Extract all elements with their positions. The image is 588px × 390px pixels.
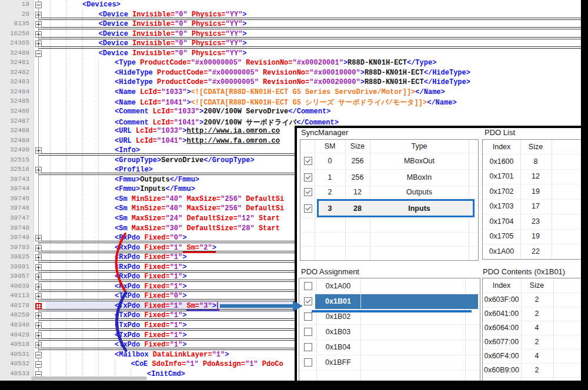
line-number: 40533	[0, 370, 29, 377]
horizontal-scrollbar-thumb[interactable]	[31, 376, 147, 380]
index-cell: 0x1600	[489, 157, 513, 166]
syntax-segment: "0"	[175, 49, 188, 58]
fold-expand-icon[interactable]	[35, 332, 42, 339]
code-line[interactable]: 32485<Name LcId="1041"><![CDATA[R88D-KN0…	[0, 97, 581, 107]
fold-expand-icon[interactable]	[35, 31, 42, 38]
row-divider	[300, 218, 478, 218]
syntax-segment: DefaultSize=	[186, 224, 237, 233]
fold-expand-icon[interactable]	[35, 12, 42, 18]
syntax-segment: DefaultSize=	[186, 214, 237, 223]
syntax-segment: PdoCo	[262, 360, 283, 368]
window-edge-right	[581, 0, 588, 390]
syntax-segment: >	[242, 49, 246, 58]
checkbox-checked-icon[interactable]	[304, 188, 312, 196]
line-number: 32480	[0, 49, 29, 56]
syntax-segment	[255, 214, 259, 223]
checkbox-unchecked-icon[interactable]	[304, 312, 312, 321]
checkbox-checked-icon[interactable]	[304, 157, 312, 165]
index-cell: 0x603F:00	[484, 295, 519, 304]
syntax-segment: LcId=	[136, 137, 157, 145]
syntax-segment: "1041"	[161, 99, 186, 107]
index-cell: 0x1701	[489, 172, 513, 180]
pdo-contents-label: PDO Contents (0x1B01)	[483, 267, 565, 276]
column-header: Type	[411, 142, 427, 150]
line-number: 40039	[0, 283, 29, 290]
checkbox-checked-icon[interactable]	[304, 204, 312, 213]
pdo-list-table[interactable]: IndexSize0x160080x1701120x1702190x170317…	[482, 139, 584, 260]
code-line[interactable]: 32484<Name LcId="1033"><![CDATA[R88D-KN0…	[0, 88, 581, 98]
pdo-assignment-table[interactable]: 0x1A000x1B010x1B020x1B030x1B040x1BFF	[299, 278, 480, 382]
checkbox-checked-icon[interactable]	[304, 173, 312, 181]
size-cell: 12	[532, 172, 540, 180]
fold-collapse-icon[interactable]	[35, 352, 42, 358]
fold-expand-icon[interactable]	[35, 254, 42, 261]
syntax-segment: ServoDrive	[161, 156, 203, 164]
syntax-segment	[259, 69, 263, 77]
code-text: <Mailbox DataLinkLayer="1">	[115, 351, 229, 359]
fold-collapse-icon[interactable]	[35, 361, 42, 368]
line-number: 40340	[0, 321, 29, 328]
fold-expand-icon[interactable]	[35, 235, 42, 241]
fold-collapse-icon[interactable]	[35, 51, 42, 57]
syntax-segment: Start	[259, 224, 280, 233]
size-cell: 12	[353, 188, 362, 196]
code-line[interactable]: 19<Devices>	[0, 0, 581, 10]
row-divider	[299, 309, 480, 310]
code-text: <InitCmd>	[147, 370, 185, 378]
line-number: 39747	[0, 214, 29, 221]
index-cell: 0x1705	[489, 232, 513, 240]
size-cell: 22	[532, 247, 540, 255]
index-cell: 0x1704	[489, 217, 513, 226]
fold-expand-icon[interactable]	[35, 284, 42, 290]
fold-expand-icon[interactable]	[35, 167, 42, 173]
syntax-segment: LcId=	[153, 119, 174, 127]
syntax-segment: "1033"	[157, 127, 182, 135]
fold-expand-icon[interactable]	[35, 342, 42, 348]
type-cell: Outputs	[406, 188, 432, 196]
syntax-segment: <Name	[115, 88, 140, 96]
fold-expand-icon[interactable]	[35, 303, 42, 310]
code-text: <Type ProductCode="#x00000005" RevisionN…	[115, 59, 436, 67]
checkbox-unchecked-icon[interactable]	[304, 282, 312, 290]
syntax-segment: MinSize=	[132, 204, 166, 213]
code-text: <Fmmu>Inputs</Fmmu>	[115, 185, 195, 193]
checkbox-checked-icon[interactable]	[304, 297, 312, 305]
row-divider	[300, 169, 478, 170]
checkbox-unchecked-icon[interactable]	[304, 358, 312, 367]
sm3-blue-underline	[186, 310, 219, 311]
code-line[interactable]: 32483<HideType ProductCode="#x00000005" …	[0, 78, 581, 88]
fold-expand-icon[interactable]	[35, 264, 42, 271]
syncmanager-table[interactable]: SMSizeType0256MBoxOut1256MBoxIn212Output…	[300, 139, 479, 261]
checkbox-unchecked-icon[interactable]	[304, 343, 312, 351]
code-line[interactable]: 32482<HideType ProductCode="#x00000005" …	[0, 68, 581, 78]
syntax-segment: Invisible=	[132, 49, 175, 58]
row-divider	[300, 246, 478, 247]
syntax-segment: ProductCode=	[157, 69, 208, 77]
code-line[interactable]: 32486<Comment LcId="1033">200V/100W Serv…	[0, 107, 581, 117]
fold-expand-icon[interactable]	[35, 274, 42, 280]
syntax-segment: </Fmmu>	[170, 176, 199, 184]
index-cell: 0x1702	[489, 187, 513, 196]
syntax-segment: 200V/100W サーボドライバ	[203, 119, 296, 127]
pdo-contents-table[interactable]: IndexSize0x603F:0020x6041:0020x6064:0040…	[482, 278, 584, 382]
fold-collapse-icon[interactable]	[35, 2, 42, 8]
fold-expand-icon[interactable]	[35, 245, 42, 251]
size-cell: 28	[353, 204, 362, 213]
syntax-segment: "256"	[220, 204, 242, 213]
fold-expand-icon[interactable]	[35, 41, 42, 47]
row-divider	[300, 186, 478, 186]
syntax-segment: <![CDATA[R88D-KN01H-ECT G5 Series ServoD…	[191, 88, 416, 96]
code-line[interactable]: 32480<Device Invisible="0" Physics="YY">	[0, 49, 581, 59]
fold-expand-icon[interactable]	[35, 147, 42, 154]
fold-expand-icon[interactable]	[35, 312, 42, 319]
line-number: 32488	[0, 127, 29, 134]
fold-expand-icon[interactable]	[35, 21, 42, 28]
code-line[interactable]: 32481<Type ProductCode="#x00000005" Revi…	[0, 58, 581, 68]
fold-expand-icon[interactable]	[35, 322, 42, 329]
type-cell: Inputs	[408, 204, 430, 213]
syntax-segment: MaxSize=	[132, 214, 166, 223]
syntax-segment	[259, 78, 263, 86]
line-number: 32515	[0, 156, 29, 163]
checkbox-unchecked-icon[interactable]	[304, 328, 312, 336]
fold-expand-icon[interactable]	[35, 293, 42, 300]
